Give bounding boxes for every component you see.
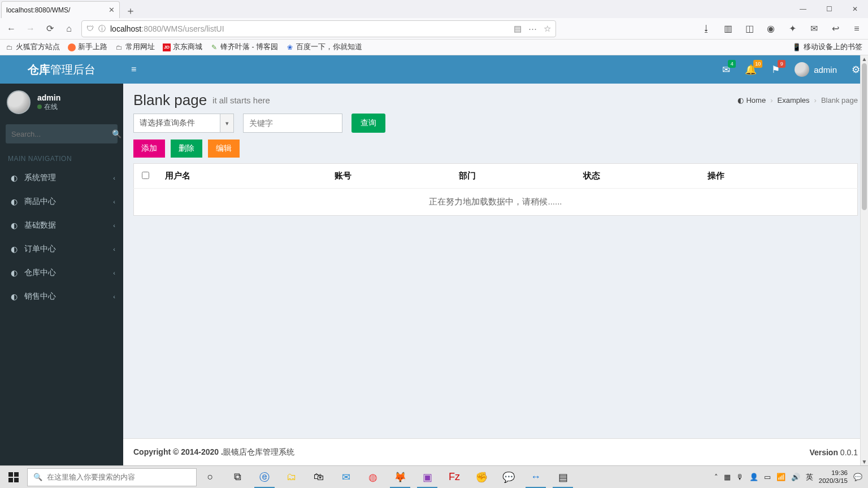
sidebar-item-system[interactable]: ◐系统管理‹ (0, 166, 123, 190)
browser-tab[interactable]: localhost:8080/WMS/ ✕ (1, 1, 120, 18)
query-button[interactable]: 查询 (351, 114, 385, 133)
minimize-icon[interactable]: — (790, 0, 816, 18)
library-icon[interactable]: ▥ (721, 22, 735, 36)
gauge-icon: ◐ (10, 221, 19, 230)
account-icon[interactable]: ◉ (764, 22, 778, 36)
new-tab-button[interactable]: ＋ (123, 3, 138, 18)
search-icon[interactable]: 🔍 (112, 129, 121, 138)
maximize-icon[interactable]: ☐ (816, 0, 842, 18)
reader-icon[interactable]: ▤ (514, 24, 522, 34)
header-user[interactable]: admin (795, 62, 837, 77)
browser-navbar: ← → ⟳ ⌂ 🛡 ⓘ localhost:8080/WMS/users/lis… (0, 18, 868, 40)
bookmark-item[interactable]: ❀百度一下，你就知道 (286, 42, 362, 52)
data-table: 用户名 账号 部门 状态 操作 正在努力地加载数据中，请稍候...... (133, 163, 858, 216)
windows-taskbar: 🔍 在这里输入你要搜索的内容 ○ ⧉ ⓔ 🗂 🛍 ✉ ◍ 🦊 ▣ Fz ✊ 💬 … (0, 465, 868, 488)
filezilla-icon[interactable]: Fz (441, 466, 468, 488)
close-icon[interactable]: ✕ (108, 6, 115, 14)
bookmark-item[interactable]: 🗀火狐官方站点 (6, 42, 60, 52)
tray-mic-icon[interactable]: 🎙 (736, 473, 744, 481)
tray-wifi-icon[interactable]: 📶 (776, 473, 785, 481)
delete-button[interactable]: 删除 (171, 140, 202, 158)
sidebar-item-base[interactable]: ◐基础数据‹ (0, 213, 123, 237)
teamviewer-icon[interactable]: ↔ (522, 466, 549, 488)
wechat-icon[interactable]: 💬 (495, 466, 522, 488)
tray-people-icon[interactable]: 👤 (749, 473, 758, 481)
bookmark-item[interactable]: 🗀常用网址 (115, 42, 155, 52)
ext3-icon[interactable]: ↩ (828, 22, 842, 36)
keyword-input[interactable] (243, 114, 342, 133)
edge-icon[interactable]: ⓔ (251, 466, 278, 488)
mobile-bookmarks[interactable]: 📱移动设备上的书签 (792, 42, 862, 52)
scroll-thumb[interactable] (862, 63, 867, 210)
flag-icon[interactable]: ⚑9 (771, 64, 780, 76)
tray-battery-icon[interactable]: ▭ (764, 473, 771, 481)
taskview-icon[interactable]: ⧉ (224, 466, 251, 488)
notifications-icon[interactable]: 💬 (853, 473, 862, 481)
sidebar-item-order[interactable]: ◐订单中心‹ (0, 237, 123, 261)
avatar[interactable] (7, 90, 31, 114)
forward-icon[interactable]: → (24, 22, 37, 36)
add-button[interactable]: 添加 (133, 140, 165, 158)
breadcrumb-mid[interactable]: Examples (778, 96, 810, 104)
hamburger-icon[interactable]: ≡ (131, 64, 136, 75)
chevron-left-icon: ‹ (113, 293, 115, 300)
ext2-icon[interactable]: ✉ (807, 22, 821, 36)
ext1-icon[interactable]: ✦ (785, 22, 799, 36)
ide-icon[interactable]: ▣ (414, 466, 441, 488)
tray-app-icon[interactable]: ▦ (724, 473, 731, 481)
scroll-up-icon[interactable]: ▲ (861, 56, 868, 62)
home-icon[interactable]: ⌂ (62, 22, 76, 36)
bookmark-item[interactable]: ✎锋齐叶落 - 博客园 (210, 42, 278, 52)
breadcrumb: ◐Home › Examples › Blank page (737, 96, 858, 104)
system-tray: ˄ ▦ 🎙 👤 ▭ 📶 🔊 英 19:36 2020/3/15 💬 (709, 469, 868, 484)
explorer-icon[interactable]: 🗂 (278, 466, 305, 488)
brand[interactable]: 仓库管理后台 (0, 55, 123, 84)
sidebar: 仓库管理后台 admin 在线 🔍 MAIN NAVIGATION ◐系统管理‹… (0, 55, 123, 465)
menu-icon[interactable]: ≡ (850, 22, 863, 36)
more-icon[interactable]: ⋯ (528, 24, 537, 34)
mail-app-icon[interactable]: ✉ (332, 466, 359, 488)
tray-volume-icon[interactable]: 🔊 (791, 473, 800, 481)
tray-ime[interactable]: 英 (806, 472, 813, 482)
edit-button[interactable]: 编辑 (208, 140, 240, 158)
sidebar-icon[interactable]: ◫ (743, 22, 756, 36)
bookmark-item[interactable]: JD京东商城 (163, 42, 202, 52)
reload-icon[interactable]: ⟳ (43, 22, 57, 36)
app3-icon[interactable]: ▤ (549, 466, 576, 488)
gears-icon[interactable]: ⚙ (852, 64, 860, 76)
url-bar[interactable]: 🛡 ⓘ localhost:8080/WMS/users/listUI ▤ ⋯ … (81, 20, 556, 37)
cortana-icon[interactable]: ○ (197, 466, 224, 488)
sidebar-item-sales[interactable]: ◐销售中心‹ (0, 285, 123, 308)
gauge-icon: ◐ (10, 292, 19, 301)
scroll-down-icon[interactable]: ▼ (861, 459, 868, 465)
downloads-icon[interactable]: ⭳ (700, 22, 713, 36)
back-icon[interactable]: ← (5, 22, 18, 36)
firefox-icon[interactable]: 🦊 (387, 466, 414, 488)
app2-icon[interactable]: ✊ (468, 466, 495, 488)
star-icon[interactable]: ☆ (544, 24, 551, 34)
mail-icon[interactable]: ✉4 (722, 64, 730, 76)
sidebar-item-goods[interactable]: ◐商品中心‹ (0, 190, 123, 213)
close-window-icon[interactable]: ✕ (842, 0, 868, 18)
tray-clock[interactable]: 19:36 2020/3/15 (819, 469, 848, 484)
app-icon[interactable]: ◍ (359, 466, 387, 488)
gauge-icon: ◐ (10, 268, 19, 277)
chevron-left-icon: ‹ (113, 222, 115, 229)
app-root: 仓库管理后台 admin 在线 🔍 MAIN NAVIGATION ◐系统管理‹… (0, 55, 868, 465)
select-all-checkbox[interactable] (142, 172, 149, 179)
tab-title: localhost:8080/WMS/ (6, 6, 70, 14)
search-input[interactable] (6, 130, 112, 138)
sidebar-item-warehouse[interactable]: ◐仓库中心‹ (0, 261, 123, 285)
taskbar-search[interactable]: 🔍 在这里输入你要搜索的内容 (27, 468, 197, 486)
dashboard-icon: ◐ (737, 96, 744, 104)
scrollbar[interactable]: ▲ ▼ (860, 55, 868, 465)
user-panel: admin 在线 (0, 84, 123, 119)
query-field-select[interactable]: 请选择查询条件 ▾ (133, 114, 234, 133)
bookmark-item[interactable]: 新手上路 (68, 42, 107, 52)
tray-up-icon[interactable]: ˄ (714, 473, 718, 481)
breadcrumb-home[interactable]: ◐Home (737, 96, 766, 104)
window-controls: — ☐ ✕ (790, 0, 868, 18)
bell-icon[interactable]: 🔔10 (745, 64, 757, 76)
store-icon[interactable]: 🛍 (305, 466, 332, 488)
start-button[interactable] (0, 466, 27, 488)
